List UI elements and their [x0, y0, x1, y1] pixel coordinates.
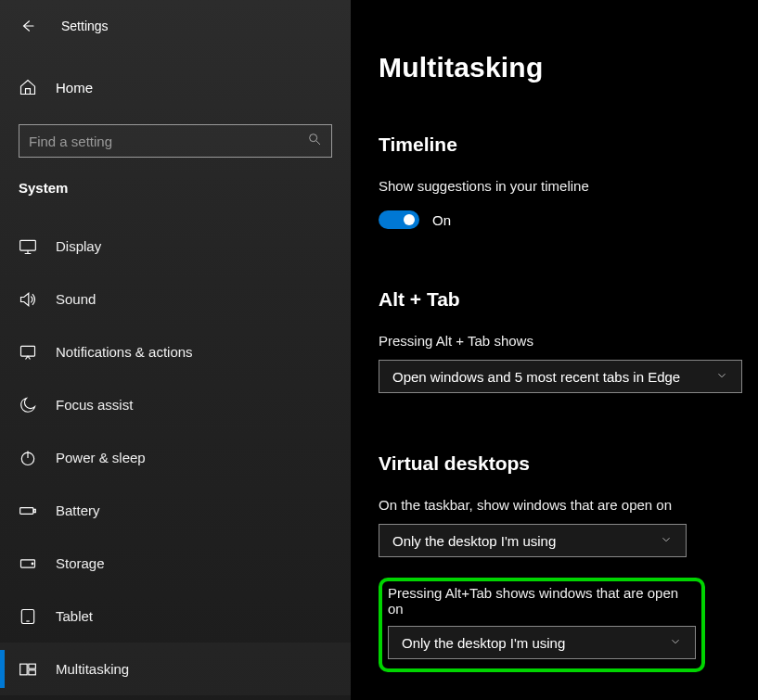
dropdown-value: Only the desktop I'm using	[402, 635, 565, 651]
chevron-down-icon	[715, 369, 728, 385]
tablet-icon	[19, 607, 37, 626]
sidebar-item-display[interactable]: Display	[0, 220, 351, 273]
vd-alt-tab-highlighted-group: Pressing Alt+Tab shows windows that are …	[379, 578, 705, 672]
battery-icon	[19, 502, 37, 520]
settings-sidebar: Settings Home System Display Sound Notif…	[0, 0, 351, 700]
svg-rect-4	[20, 507, 33, 514]
back-arrow-icon	[19, 18, 36, 34]
power-icon	[19, 449, 37, 467]
timeline-toggle-row: On	[379, 210, 743, 229]
vd-alt-tab-dropdown[interactable]: Only the desktop I'm using	[388, 626, 696, 659]
sidebar-item-label: Multitasking	[56, 661, 129, 677]
sidebar-item-label: Power & sleep	[56, 450, 146, 465]
back-button[interactable]	[19, 17, 37, 35]
main-content: Multitasking Timeline Show suggestions i…	[351, 0, 758, 700]
chevron-down-icon	[669, 635, 682, 651]
sidebar-item-label: Battery	[56, 503, 100, 518]
vd-taskbar-label: On the taskbar, show windows that are op…	[379, 497, 743, 513]
vd-taskbar-dropdown[interactable]: Only the desktop I'm using	[379, 524, 687, 557]
sidebar-item-battery[interactable]: Battery	[0, 484, 351, 537]
svg-rect-11	[29, 669, 36, 674]
sidebar-item-label: Focus assist	[56, 397, 133, 413]
dropdown-value: Open windows and 5 most recent tabs in E…	[392, 369, 680, 385]
sound-icon	[19, 290, 37, 309]
section-heading-virtual-desktops: Virtual desktops	[379, 452, 743, 475]
svg-point-0	[310, 134, 317, 142]
sidebar-item-multitasking[interactable]: Multitasking	[0, 643, 351, 695]
section-heading-alt-tab: Alt + Tab	[379, 288, 743, 311]
sidebar-item-label: Storage	[56, 555, 105, 571]
sidebar-item-label: Notifications & actions	[56, 344, 193, 360]
alt-tab-label: Pressing Alt + Tab shows	[379, 333, 743, 349]
window-title: Settings	[61, 19, 109, 33]
dropdown-value: Only the desktop I'm using	[392, 533, 556, 549]
titlebar: Settings	[0, 6, 351, 46]
sidebar-item-power[interactable]: Power & sleep	[0, 431, 351, 484]
home-label: Home	[56, 80, 93, 95]
category-heading: System	[19, 180, 351, 196]
sidebar-item-label: Sound	[56, 291, 96, 307]
display-icon	[19, 237, 37, 256]
svg-point-7	[32, 563, 33, 565]
multitasking-icon	[19, 660, 37, 679]
storage-icon	[19, 554, 37, 573]
search-box[interactable]	[19, 124, 332, 158]
timeline-suggestions-toggle[interactable]	[379, 210, 419, 229]
sidebar-item-sound[interactable]: Sound	[0, 273, 351, 325]
sidebar-item-focus-assist[interactable]: Focus assist	[0, 378, 351, 431]
svg-rect-5	[34, 509, 36, 512]
home-icon	[19, 78, 37, 96]
sidebar-item-label: Tablet	[56, 608, 93, 624]
section-heading-timeline: Timeline	[379, 134, 743, 156]
focus-assist-icon	[19, 396, 37, 414]
nav-list: Display Sound Notifications & actions Fo…	[0, 220, 351, 695]
svg-rect-1	[20, 240, 36, 250]
sidebar-item-storage[interactable]: Storage	[0, 537, 351, 590]
search-icon	[307, 132, 322, 150]
toggle-state-text: On	[432, 212, 451, 228]
alt-tab-dropdown[interactable]: Open windows and 5 most recent tabs in E…	[379, 360, 742, 393]
notifications-icon	[19, 343, 37, 362]
page-title: Multitasking	[379, 52, 743, 83]
search-input[interactable]	[29, 134, 307, 149]
sidebar-item-notifications[interactable]: Notifications & actions	[0, 325, 351, 378]
sidebar-item-label: Display	[56, 238, 101, 254]
home-nav-item[interactable]: Home	[0, 67, 351, 108]
svg-rect-9	[20, 664, 28, 675]
sidebar-item-tablet[interactable]: Tablet	[0, 590, 351, 643]
svg-rect-10	[29, 664, 36, 668]
svg-rect-2	[21, 346, 35, 356]
vd-alt-tab-label: Pressing Alt+Tab shows windows that are …	[388, 585, 696, 617]
chevron-down-icon	[660, 533, 673, 549]
timeline-suggestions-label: Show suggestions in your timeline	[379, 178, 743, 194]
